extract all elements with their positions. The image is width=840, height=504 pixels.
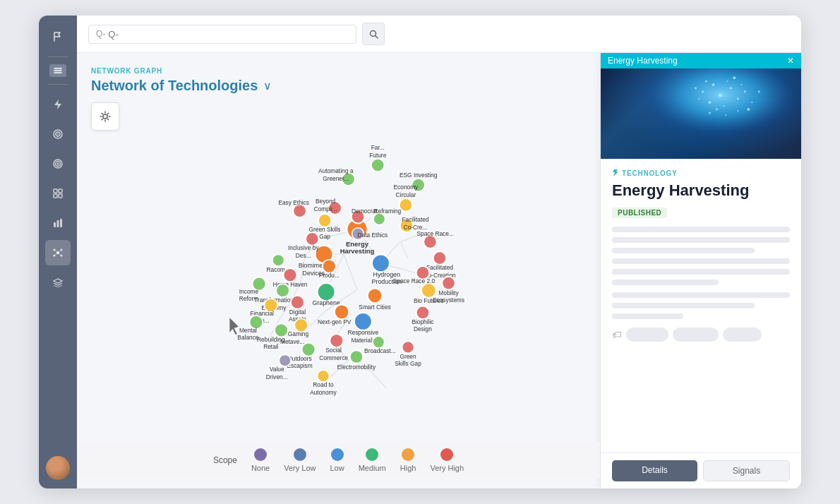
svg-line-20 bbox=[56, 254, 57, 256]
legend-bar: Scope None Very Low Low bbox=[77, 443, 600, 478]
svg-text:Skills Gap: Skills Gap bbox=[395, 360, 421, 367]
svg-text:Des...: Des... bbox=[296, 252, 311, 259]
svg-text:Economy: Economy bbox=[394, 184, 419, 191]
detail-title-text: Energy Harvesting bbox=[608, 56, 678, 66]
main-content: Q- NETWORK GRAPH Network of Technologies… bbox=[77, 16, 801, 488]
svg-point-116 bbox=[284, 268, 297, 282]
svg-point-68 bbox=[416, 306, 430, 319]
legend-label-low: Low bbox=[330, 464, 344, 472]
svg-point-127 bbox=[291, 296, 304, 309]
svg-point-24 bbox=[103, 114, 107, 119]
app-container: Q- NETWORK GRAPH Network of Technologies… bbox=[39, 16, 801, 488]
svg-point-162 bbox=[712, 83, 714, 86]
svg-text:Retail: Retail bbox=[263, 343, 278, 350]
svg-point-78 bbox=[400, 198, 413, 212]
legend-label-high: High bbox=[400, 464, 416, 472]
svg-point-104 bbox=[318, 214, 332, 227]
sidebar-icon-chart[interactable] bbox=[45, 181, 71, 206]
sidebar-divider-2 bbox=[48, 84, 68, 85]
svg-marker-158 bbox=[229, 318, 239, 335]
svg-point-13 bbox=[56, 251, 59, 254]
detail-name: Energy Harvesting bbox=[612, 181, 790, 200]
graph-title-row: Network of Technologies ∨ bbox=[91, 78, 586, 94]
svg-rect-8 bbox=[54, 194, 57, 198]
detail-tag-1 bbox=[626, 328, 668, 342]
detail-type-label: TECHNOLOGY bbox=[612, 169, 790, 177]
svg-line-42 bbox=[401, 242, 408, 259]
svg-point-176 bbox=[695, 88, 697, 90]
details-button[interactable]: Details bbox=[612, 460, 697, 481]
sidebar-icon-target[interactable] bbox=[45, 121, 71, 147]
svg-text:Reframing: Reframing bbox=[374, 208, 402, 215]
search-button[interactable] bbox=[362, 23, 385, 45]
svg-text:Space Race...: Space Race... bbox=[416, 230, 453, 237]
svg-rect-10 bbox=[54, 222, 56, 227]
detail-title-bar: Energy Harvesting ✕ bbox=[601, 53, 801, 68]
svg-text:Driven...: Driven... bbox=[266, 373, 288, 380]
detail-text-2 bbox=[612, 237, 790, 243]
svg-point-179 bbox=[709, 112, 711, 114]
sidebar-icon-flag[interactable] bbox=[45, 24, 71, 49]
svg-line-40 bbox=[371, 371, 386, 388]
svg-line-18 bbox=[56, 251, 57, 252]
svg-point-169 bbox=[716, 108, 718, 110]
detail-image-bg bbox=[601, 53, 801, 159]
sidebar-icon-lightning[interactable] bbox=[45, 92, 71, 117]
svg-text:Gap: Gap bbox=[319, 233, 330, 240]
svg-text:Easy Ethics: Easy Ethics bbox=[278, 199, 309, 206]
svg-text:Inclusive by: Inclusive by bbox=[288, 244, 319, 251]
detail-text-8 bbox=[612, 303, 755, 308]
svg-point-167 bbox=[702, 91, 704, 93]
settings-button[interactable] bbox=[91, 102, 119, 131]
detail-panel-footer: Details Signals bbox=[601, 452, 801, 488]
svg-point-107 bbox=[306, 232, 319, 246]
detail-text-6 bbox=[612, 280, 719, 285]
svg-text:Greener...: Greener... bbox=[323, 175, 349, 182]
search-input[interactable] bbox=[108, 29, 349, 40]
svg-point-114 bbox=[272, 254, 284, 266]
svg-text:Social: Social bbox=[325, 347, 342, 354]
svg-point-166 bbox=[744, 91, 746, 93]
expand-button[interactable] bbox=[49, 64, 66, 77]
svg-point-153 bbox=[318, 370, 330, 382]
svg-rect-11 bbox=[57, 220, 59, 227]
sidebar-icon-network[interactable] bbox=[45, 240, 71, 265]
svg-text:Circular: Circular bbox=[396, 191, 416, 198]
svg-text:Ecosystems: Ecosystems bbox=[433, 296, 464, 304]
legend-medium: Medium bbox=[359, 448, 386, 472]
graph-section: NETWORK GRAPH Network of Technologies ∨ bbox=[77, 53, 801, 488]
svg-point-180 bbox=[737, 110, 738, 112]
svg-text:Harvesting: Harvesting bbox=[340, 247, 375, 255]
tag-icon: 🏷 bbox=[612, 329, 622, 340]
svg-point-150 bbox=[279, 354, 291, 366]
sidebar-icon-bars[interactable] bbox=[45, 210, 71, 236]
svg-text:Compli...: Compli... bbox=[314, 205, 337, 212]
svg-text:Reform: Reform bbox=[239, 295, 258, 302]
svg-text:Produ...: Produ... bbox=[319, 272, 340, 279]
svg-text:Road to: Road to bbox=[313, 381, 334, 388]
svg-text:Space Race 2.0: Space Race 2.0 bbox=[393, 277, 436, 284]
svg-point-168 bbox=[726, 80, 728, 82]
svg-text:Value: Value bbox=[270, 366, 284, 373]
svg-rect-7 bbox=[59, 189, 62, 193]
signals-button[interactable]: Signals bbox=[703, 460, 790, 481]
avatar-image bbox=[46, 456, 70, 480]
svg-point-139 bbox=[302, 343, 316, 356]
svg-point-16 bbox=[54, 255, 56, 257]
particle-svg bbox=[601, 53, 801, 159]
svg-point-118 bbox=[276, 284, 289, 297]
graph-title: Network of Technologies bbox=[91, 78, 258, 94]
svg-point-173 bbox=[705, 80, 707, 83]
sidebar-icon-radar[interactable] bbox=[45, 151, 71, 176]
user-avatar[interactable] bbox=[46, 456, 70, 480]
detail-close-button[interactable]: ✕ bbox=[787, 56, 794, 66]
sidebar-icon-layers[interactable] bbox=[45, 270, 71, 295]
detail-text-7 bbox=[612, 292, 790, 298]
svg-point-177 bbox=[758, 91, 760, 93]
svg-text:Smart Cities: Smart Cities bbox=[359, 304, 390, 311]
svg-point-130 bbox=[294, 318, 308, 332]
detail-tag-2 bbox=[673, 328, 719, 342]
graph-chevron[interactable]: ∨ bbox=[263, 79, 272, 92]
svg-line-21 bbox=[59, 254, 61, 256]
top-bar: Q- bbox=[77, 16, 801, 53]
